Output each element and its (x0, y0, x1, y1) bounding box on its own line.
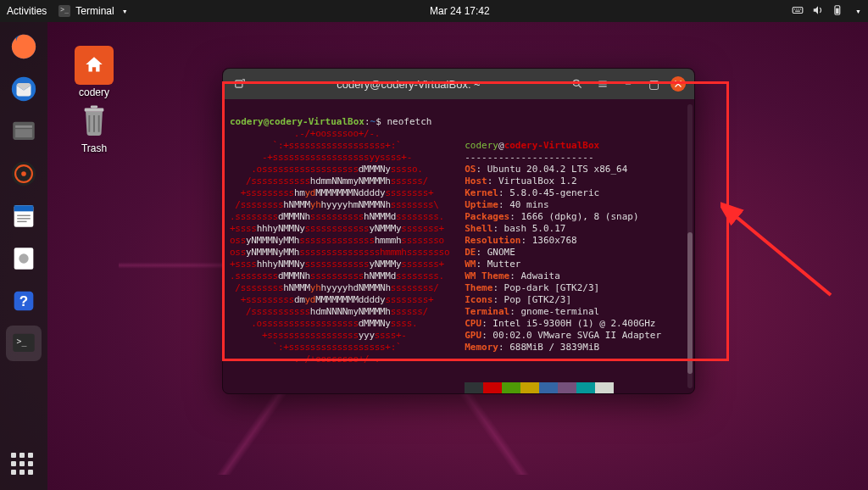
svg-rect-2 (796, 8, 797, 9)
svg-rect-20 (17, 221, 26, 222)
desktop-trash-label: Trash (61, 142, 127, 154)
svg-rect-28 (91, 106, 98, 109)
svg-rect-11 (15, 125, 32, 128)
terminal-title: codery@codery-VirtualBox: ~ (257, 78, 560, 91)
new-tab-button[interactable] (231, 75, 248, 92)
menu-button[interactable] (594, 75, 611, 92)
top-bar: Activities Terminal▼ Mar 24 17:42 ▼ (0, 0, 868, 22)
dock-thunderbird[interactable] (6, 71, 42, 107)
svg-text:?: ? (19, 293, 28, 309)
svg-rect-0 (793, 7, 803, 13)
dock: ? >_ (0, 22, 47, 490)
svg-point-30 (573, 80, 579, 86)
terminal-titlebar[interactable]: codery@codery-VirtualBox: ~ － ▢ (223, 69, 694, 99)
activities-button[interactable]: Activities (7, 5, 47, 17)
dock-apps-grid[interactable] (6, 448, 42, 483)
svg-rect-19 (17, 218, 31, 219)
svg-rect-1 (794, 8, 795, 9)
dock-writer[interactable] (6, 198, 42, 234)
svg-rect-3 (798, 8, 799, 9)
command: neofetch (387, 116, 431, 127)
dock-terminal[interactable]: >_ (6, 326, 42, 361)
neofetch-info: codery@codery-VirtualBox ---------------… (465, 128, 661, 393)
svg-text:>_: >_ (17, 337, 27, 347)
terminal-body[interactable]: codery@codery-VirtualBox:~$ neofetch .-/… (223, 99, 694, 393)
svg-rect-29 (236, 81, 242, 87)
neofetch-ascii: .-/+oossssoo+/-. `:+ssssssssssssssssss+:… (230, 128, 449, 393)
dock-firefox[interactable] (6, 29, 42, 64)
battery-icon[interactable] (832, 4, 844, 19)
terminal-window[interactable]: codery@codery-VirtualBox: ~ － ▢ codery@c… (222, 68, 695, 394)
desktop-home-folder[interactable]: codery (61, 46, 127, 98)
clock[interactable]: Mar 24 17:42 (128, 5, 792, 17)
svg-rect-4 (800, 8, 801, 9)
svg-rect-27 (85, 108, 104, 111)
maximize-button[interactable]: ▢ (645, 75, 662, 92)
close-button[interactable] (670, 76, 686, 92)
desktop-trash[interactable]: Trash (61, 102, 127, 154)
dock-help[interactable]: ? (6, 283, 42, 319)
desktop-home-label: codery (61, 86, 127, 98)
system-menu-chevron-icon[interactable]: ▼ (855, 8, 861, 14)
svg-rect-18 (17, 215, 31, 216)
volume-icon[interactable] (812, 4, 824, 19)
color-swatch-row-1 (465, 382, 661, 393)
svg-rect-17 (14, 205, 34, 211)
terminal-icon (58, 5, 70, 17)
minimize-button[interactable]: － (620, 75, 637, 92)
svg-rect-12 (15, 129, 32, 137)
svg-rect-7 (836, 8, 839, 13)
svg-point-22 (19, 253, 28, 263)
keyboard-icon[interactable] (792, 4, 804, 19)
scrollbar-thumb[interactable] (687, 232, 693, 375)
dock-app[interactable] (6, 241, 42, 276)
svg-rect-5 (795, 10, 800, 11)
terminal-scrollbar[interactable] (687, 104, 693, 388)
search-button[interactable] (569, 75, 586, 92)
dock-files[interactable] (6, 114, 42, 149)
dock-rhythmbox[interactable] (6, 156, 42, 192)
app-menu[interactable]: Terminal▼ (58, 5, 127, 17)
svg-point-15 (21, 171, 26, 176)
